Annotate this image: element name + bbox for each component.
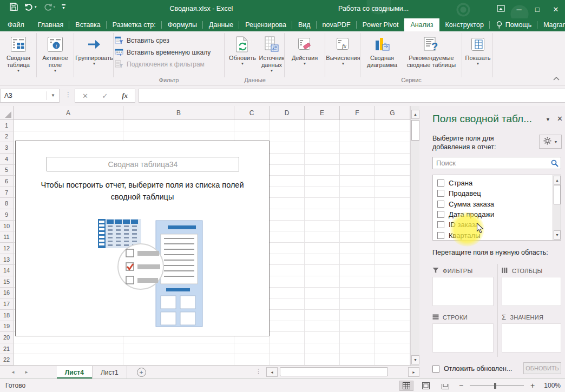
grid-cell[interactable] bbox=[340, 243, 375, 254]
ribbon-tab-analyze[interactable]: Анализ bbox=[404, 18, 439, 31]
grid-cell[interactable] bbox=[270, 120, 305, 131]
grid-cell[interactable] bbox=[375, 354, 410, 366]
grid-cell[interactable] bbox=[270, 154, 305, 165]
row-header[interactable]: 19 bbox=[0, 321, 14, 333]
scroll-up-icon[interactable]: ▲ bbox=[554, 176, 561, 185]
cancel-entry-icon[interactable]: ✕ bbox=[82, 92, 88, 100]
column-header[interactable]: B bbox=[123, 106, 234, 119]
area-dropzone[interactable] bbox=[502, 277, 561, 306]
maximize-icon[interactable]: □ bbox=[528, 5, 547, 14]
grid-cell[interactable] bbox=[270, 187, 305, 198]
ribbon-tab-view[interactable]: Вид bbox=[292, 18, 317, 31]
close-icon[interactable]: ✕ bbox=[547, 5, 565, 14]
row-header[interactable]: 7 bbox=[0, 187, 14, 198]
grid-cell[interactable] bbox=[305, 221, 340, 232]
field-list-scroll-thumb[interactable] bbox=[554, 185, 561, 204]
search-icon[interactable] bbox=[549, 160, 561, 167]
field-checkbox[interactable] bbox=[437, 221, 444, 228]
grid-cell[interactable] bbox=[270, 276, 305, 288]
grid-cell[interactable] bbox=[375, 198, 410, 209]
grid-cell[interactable] bbox=[305, 120, 340, 131]
next-sheet-icon[interactable]: ► bbox=[24, 370, 29, 375]
grid-cell[interactable] bbox=[270, 332, 305, 343]
grid-cell[interactable] bbox=[305, 343, 340, 355]
grid-cell[interactable] bbox=[270, 198, 305, 209]
grid-cell[interactable] bbox=[305, 131, 340, 143]
grid-cell[interactable] bbox=[305, 298, 340, 310]
grid-cell[interactable] bbox=[270, 176, 305, 187]
row-header[interactable]: 22 bbox=[0, 354, 14, 366]
collapse-ribbon-icon[interactable] bbox=[553, 75, 560, 82]
field-item[interactable]: Дата продажи bbox=[433, 209, 552, 220]
grid-cell[interactable] bbox=[340, 198, 375, 209]
field-checkbox[interactable] bbox=[437, 180, 444, 187]
grid-cell[interactable] bbox=[305, 187, 340, 198]
insert-slicer-button[interactable]: Вставить срез bbox=[115, 35, 223, 46]
grid-cell[interactable] bbox=[305, 310, 340, 321]
area-dropzone[interactable] bbox=[432, 323, 494, 353]
field-item[interactable]: Сумма заказа bbox=[433, 199, 552, 209]
area-dropzone[interactable] bbox=[432, 277, 494, 306]
grid-cell[interactable] bbox=[340, 209, 375, 221]
field-item[interactable]: Страна bbox=[433, 178, 552, 188]
grid-cell[interactable] bbox=[270, 165, 305, 176]
column-header[interactable]: C bbox=[234, 106, 270, 119]
pivot-table-button[interactable]: Сводная таблица ▼ bbox=[2, 33, 35, 81]
grid-cell[interactable] bbox=[305, 198, 340, 209]
pivot-chart-button[interactable]: Сводная диаграмма bbox=[363, 33, 402, 81]
vertical-scroll-thumb[interactable] bbox=[411, 120, 419, 141]
grid-cell[interactable] bbox=[375, 321, 410, 333]
grid-cell[interactable] bbox=[375, 142, 410, 154]
grid-cell[interactable] bbox=[340, 165, 375, 176]
row-header[interactable]: 15 bbox=[0, 276, 14, 288]
grid-cell[interactable] bbox=[340, 142, 375, 154]
scroll-down-icon[interactable]: ▼ bbox=[554, 230, 561, 240]
grid-cell[interactable] bbox=[375, 276, 410, 288]
group-button[interactable]: Группировать ▼ bbox=[76, 33, 113, 81]
name-box[interactable]: A3 ▼ bbox=[0, 89, 60, 103]
vertical-scrollbar[interactable]: ▲ ▼ bbox=[410, 106, 419, 366]
row-header[interactable]: 18 bbox=[0, 310, 14, 321]
grid-cell[interactable] bbox=[123, 343, 234, 355]
grid-cell[interactable] bbox=[375, 131, 410, 143]
zoom-slider-thumb[interactable] bbox=[494, 383, 496, 389]
grid-cell[interactable] bbox=[270, 209, 305, 221]
grid-cell[interactable] bbox=[340, 298, 375, 310]
grid-cell[interactable] bbox=[340, 332, 375, 343]
grid-cell[interactable] bbox=[340, 354, 375, 366]
zoom-level[interactable]: 100% bbox=[541, 382, 561, 389]
change-data-source-button[interactable]: Источник данных ▼ bbox=[258, 33, 285, 81]
column-header[interactable]: E bbox=[305, 106, 340, 119]
row-header[interactable]: 14 bbox=[0, 265, 14, 276]
grid-cell[interactable] bbox=[375, 343, 410, 355]
row-header[interactable]: 2 bbox=[0, 131, 14, 143]
grid-cell[interactable] bbox=[375, 165, 410, 176]
grid-cell[interactable] bbox=[305, 265, 340, 276]
ribbon-tab-page-layout[interactable]: Разметка стр: bbox=[107, 18, 162, 31]
row-header[interactable]: 6 bbox=[0, 176, 14, 187]
grid-cell[interactable] bbox=[234, 120, 270, 131]
grid-cell[interactable] bbox=[270, 310, 305, 321]
ribbon-tab-data[interactable]: Данные bbox=[203, 18, 239, 31]
recommended-pivot-tables-button[interactable]: ? Рекомендуемые сводные таблицы bbox=[402, 33, 461, 81]
column-header[interactable]: A bbox=[14, 106, 123, 119]
ribbon-tab-review[interactable]: Рецензирова bbox=[239, 18, 292, 31]
pane-options-caret-icon[interactable]: ▼ bbox=[546, 117, 550, 122]
grid-cell[interactable] bbox=[123, 354, 234, 366]
grid-cell[interactable] bbox=[375, 254, 410, 265]
ribbon-tab-file[interactable]: Файл bbox=[0, 18, 32, 31]
row-header[interactable]: 17 bbox=[0, 298, 14, 310]
sheetbar-drag-handle[interactable]: ⋮ bbox=[255, 368, 261, 375]
scroll-right-icon[interactable]: ► bbox=[408, 367, 419, 377]
grid-cell[interactable] bbox=[340, 231, 375, 243]
grid-cell[interactable] bbox=[270, 131, 305, 143]
column-header[interactable]: F bbox=[340, 106, 375, 119]
row-header[interactable]: 20 bbox=[0, 332, 14, 343]
grid-cell[interactable] bbox=[375, 310, 410, 321]
grid-cell[interactable] bbox=[340, 276, 375, 288]
row-header[interactable]: 10 bbox=[0, 221, 14, 232]
field-item[interactable]: Кварталы bbox=[433, 230, 552, 240]
insert-function-icon[interactable]: fx bbox=[122, 91, 128, 100]
sheet-tab-лист1[interactable]: Лист1 bbox=[93, 366, 127, 378]
grid-cell[interactable] bbox=[375, 332, 410, 343]
